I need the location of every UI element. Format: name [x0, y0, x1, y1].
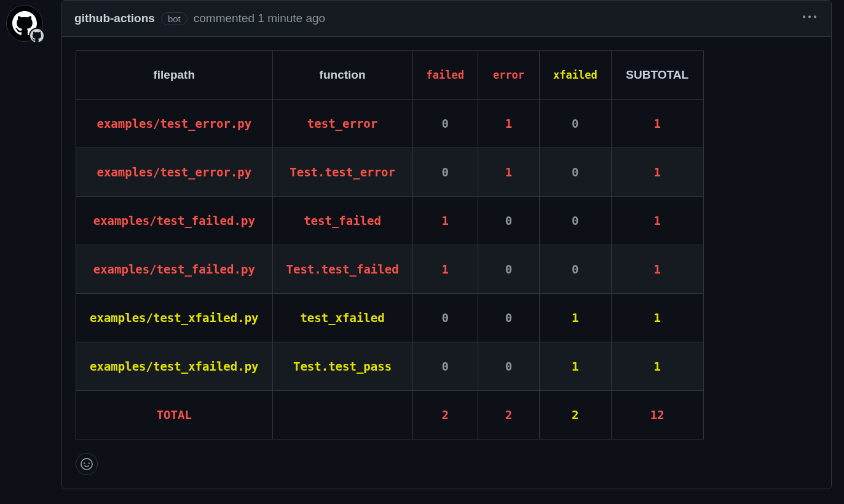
cell-subtotal: 1 — [611, 100, 703, 148]
th-subtotal: SUBTOTAL — [611, 51, 703, 100]
bot-label: bot — [161, 12, 187, 25]
add-reaction-button[interactable] — [76, 453, 98, 475]
cell-subtotal: 1 — [611, 245, 703, 294]
cell-error: 0 — [478, 197, 540, 245]
table-row: examples/test_error.py test_error 0 1 0 … — [76, 100, 704, 148]
cell-total-error: 2 — [478, 391, 540, 439]
comment-box: github-actions bot commented 1 minute ag… — [61, 0, 832, 489]
cell-filepath: examples/test_xfailed.py — [76, 342, 273, 391]
cell-subtotal: 1 — [611, 148, 703, 197]
cell-total-failed: 2 — [412, 391, 478, 439]
cell-xfailed: 0 — [540, 148, 612, 197]
cell-filepath: examples/test_failed.py — [76, 197, 273, 245]
table-row: examples/test_failed.py test_failed 1 0 … — [76, 197, 704, 245]
table-total-row: TOTAL 2 2 2 12 — [76, 391, 704, 439]
table-header-row: filepath function failed error xfailed S… — [76, 51, 704, 100]
cell-function: Test.test_failed — [272, 245, 412, 294]
cell-error: 0 — [478, 294, 540, 342]
cell-total-xfailed: 2 — [540, 391, 612, 439]
cell-filepath: examples/test_error.py — [76, 148, 273, 197]
cell-xfailed: 0 — [540, 197, 612, 245]
th-error: error — [478, 51, 540, 100]
comment-timestamp[interactable]: commented 1 minute ago — [194, 12, 325, 25]
cell-xfailed: 0 — [540, 245, 612, 294]
bot-badge-icon — [29, 28, 45, 44]
table-row: examples/test_failed.py Test.test_failed… — [76, 245, 704, 294]
comment-actions-menu[interactable] — [800, 8, 819, 29]
table-row: examples/test_xfailed.py test_xfailed 0 … — [76, 294, 704, 342]
comment-body: filepath function failed error xfailed S… — [62, 37, 831, 453]
cell-xfailed: 1 — [540, 294, 612, 342]
cell-function: test_xfailed — [272, 294, 412, 342]
th-filepath: filepath — [76, 51, 273, 100]
cell-failed: 1 — [412, 197, 478, 245]
cell-failed: 0 — [412, 294, 478, 342]
cell-subtotal: 1 — [611, 342, 703, 391]
th-xfailed: xfailed — [540, 51, 612, 100]
comment-header: github-actions bot commented 1 minute ag… — [62, 1, 831, 37]
kebab-horizontal-icon — [803, 10, 816, 24]
cell-total-label: TOTAL — [76, 391, 273, 439]
cell-filepath: examples/test_failed.py — [76, 245, 273, 294]
cell-failed: 1 — [412, 245, 478, 294]
comment-footer — [62, 453, 831, 489]
cell-function: test_error — [272, 100, 412, 148]
table-row: examples/test_error.py Test.test_error 0… — [76, 148, 704, 197]
cell-xfailed: 1 — [540, 342, 612, 391]
cell-filepath: examples/test_error.py — [76, 100, 273, 148]
avatar[interactable] — [6, 5, 43, 42]
table-row: examples/test_xfailed.py Test.test_pass … — [76, 342, 704, 391]
cell-total-function — [272, 391, 412, 439]
test-results-table: filepath function failed error xfailed S… — [76, 50, 704, 439]
cell-failed: 0 — [412, 148, 478, 197]
cell-xfailed: 0 — [540, 100, 612, 148]
comment-author[interactable]: github-actions — [74, 12, 155, 25]
avatar-wrap — [0, 0, 61, 489]
cell-subtotal: 1 — [611, 197, 703, 245]
th-failed: failed — [412, 51, 478, 100]
cell-error: 1 — [478, 148, 540, 197]
cell-function: Test.test_error — [272, 148, 412, 197]
comment-timeline-item: github-actions bot commented 1 minute ag… — [0, 0, 844, 489]
cell-failed: 0 — [412, 100, 478, 148]
cell-function: Test.test_pass — [272, 342, 412, 391]
cell-filepath: examples/test_xfailed.py — [76, 294, 273, 342]
cell-error: 1 — [478, 100, 540, 148]
cell-error: 0 — [478, 245, 540, 294]
cell-function: test_failed — [272, 197, 412, 245]
cell-subtotal: 1 — [611, 294, 703, 342]
smiley-icon — [81, 458, 93, 470]
cell-total-subtotal: 12 — [611, 391, 703, 439]
cell-failed: 0 — [412, 342, 478, 391]
th-function: function — [272, 51, 412, 100]
cell-error: 0 — [478, 342, 540, 391]
